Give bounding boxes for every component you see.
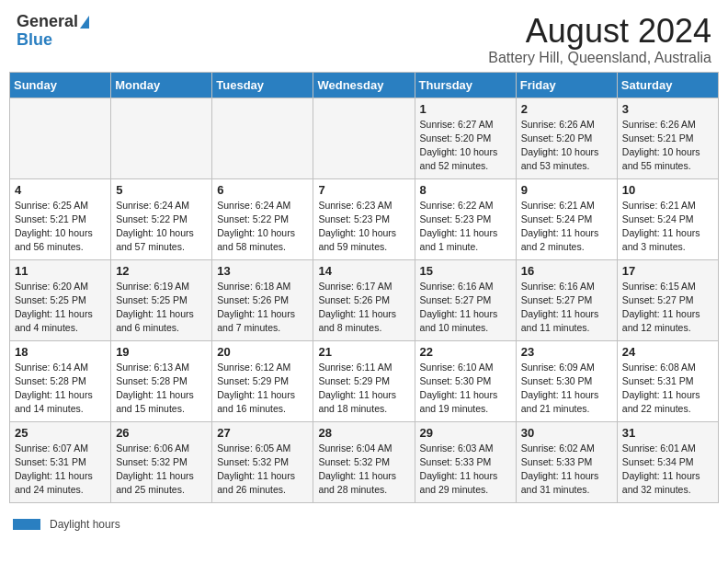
calendar-cell: 24Sunrise: 6:08 AM Sunset: 5:31 PM Dayli…	[617, 340, 718, 421]
day-number: 10	[622, 183, 713, 197]
day-number: 1	[420, 102, 511, 116]
day-info: Sunrise: 6:26 AM Sunset: 5:21 PM Dayligh…	[622, 118, 713, 174]
calendar-cell: 26Sunrise: 6:06 AM Sunset: 5:32 PM Dayli…	[111, 421, 212, 502]
calendar-cell: 21Sunrise: 6:11 AM Sunset: 5:29 PM Dayli…	[313, 340, 415, 421]
day-number: 21	[318, 345, 409, 359]
day-info: Sunrise: 6:05 AM Sunset: 5:32 PM Dayligh…	[217, 442, 308, 498]
calendar-day-header: Thursday	[415, 72, 516, 98]
calendar-cell: 13Sunrise: 6:18 AM Sunset: 5:26 PM Dayli…	[212, 259, 313, 340]
calendar-cell	[212, 98, 313, 178]
day-number: 16	[521, 264, 612, 278]
calendar-cell: 23Sunrise: 6:09 AM Sunset: 5:30 PM Dayli…	[516, 340, 617, 421]
title-block: August 2024 Battery Hill, Queensland, Au…	[488, 13, 711, 66]
day-info: Sunrise: 6:09 AM Sunset: 5:30 PM Dayligh…	[521, 361, 612, 417]
day-info: Sunrise: 6:18 AM Sunset: 5:26 PM Dayligh…	[217, 280, 308, 336]
calendar-cell: 2Sunrise: 6:26 AM Sunset: 5:20 PM Daylig…	[516, 98, 617, 178]
day-info: Sunrise: 6:04 AM Sunset: 5:32 PM Dayligh…	[318, 442, 409, 498]
day-number: 28	[318, 426, 409, 440]
day-number: 11	[15, 264, 106, 278]
calendar-day-header: Saturday	[617, 72, 718, 98]
calendar-cell: 17Sunrise: 6:15 AM Sunset: 5:27 PM Dayli…	[617, 259, 718, 340]
calendar-cell: 10Sunrise: 6:21 AM Sunset: 5:24 PM Dayli…	[617, 178, 718, 259]
calendar-week-row: 11Sunrise: 6:20 AM Sunset: 5:25 PM Dayli…	[10, 259, 719, 340]
day-number: 7	[318, 183, 409, 197]
day-info: Sunrise: 6:22 AM Sunset: 5:23 PM Dayligh…	[420, 199, 511, 255]
day-info: Sunrise: 6:11 AM Sunset: 5:29 PM Dayligh…	[318, 361, 409, 417]
calendar-cell: 30Sunrise: 6:02 AM Sunset: 5:33 PM Dayli…	[516, 421, 617, 502]
logo-triangle-icon	[80, 16, 89, 29]
legend: Daylight hours	[0, 512, 728, 536]
calendar-cell: 28Sunrise: 6:04 AM Sunset: 5:32 PM Dayli…	[313, 421, 415, 502]
day-number: 8	[420, 183, 511, 197]
logo-blue-text: Blue	[17, 30, 52, 49]
calendar-cell: 5Sunrise: 6:24 AM Sunset: 5:22 PM Daylig…	[111, 178, 212, 259]
logo: General Blue	[17, 13, 89, 50]
day-info: Sunrise: 6:15 AM Sunset: 5:27 PM Dayligh…	[622, 280, 713, 336]
calendar-cell: 8Sunrise: 6:22 AM Sunset: 5:23 PM Daylig…	[415, 178, 516, 259]
day-info: Sunrise: 6:06 AM Sunset: 5:32 PM Dayligh…	[116, 442, 207, 498]
day-number: 2	[521, 102, 612, 116]
calendar-day-header: Monday	[111, 72, 212, 98]
day-info: Sunrise: 6:08 AM Sunset: 5:31 PM Dayligh…	[622, 361, 713, 417]
day-info: Sunrise: 6:10 AM Sunset: 5:30 PM Dayligh…	[420, 361, 511, 417]
calendar-cell: 9Sunrise: 6:21 AM Sunset: 5:24 PM Daylig…	[516, 178, 617, 259]
day-number: 14	[318, 264, 409, 278]
day-number: 26	[116, 426, 207, 440]
day-info: Sunrise: 6:16 AM Sunset: 5:27 PM Dayligh…	[521, 280, 612, 336]
calendar-cell: 31Sunrise: 6:01 AM Sunset: 5:34 PM Dayli…	[617, 421, 718, 502]
day-info: Sunrise: 6:21 AM Sunset: 5:24 PM Dayligh…	[622, 199, 713, 255]
day-info: Sunrise: 6:16 AM Sunset: 5:27 PM Dayligh…	[420, 280, 511, 336]
calendar-header-row: SundayMondayTuesdayWednesdayThursdayFrid…	[10, 72, 719, 98]
calendar-week-row: 4Sunrise: 6:25 AM Sunset: 5:21 PM Daylig…	[10, 178, 719, 259]
calendar-day-header: Sunday	[10, 72, 111, 98]
calendar-cell: 12Sunrise: 6:19 AM Sunset: 5:25 PM Dayli…	[111, 259, 212, 340]
day-info: Sunrise: 6:01 AM Sunset: 5:34 PM Dayligh…	[622, 442, 713, 498]
calendar-week-row: 1Sunrise: 6:27 AM Sunset: 5:20 PM Daylig…	[10, 98, 719, 178]
day-number: 31	[622, 426, 713, 440]
day-info: Sunrise: 6:12 AM Sunset: 5:29 PM Dayligh…	[217, 361, 308, 417]
calendar-cell: 15Sunrise: 6:16 AM Sunset: 5:27 PM Dayli…	[415, 259, 516, 340]
page-header: General Blue August 2024 Battery Hill, Q…	[0, 0, 728, 72]
day-number: 20	[217, 345, 308, 359]
calendar-title: August 2024	[488, 13, 711, 50]
day-number: 29	[420, 426, 511, 440]
legend-bar-icon	[13, 519, 40, 530]
day-number: 30	[521, 426, 612, 440]
calendar-cell: 16Sunrise: 6:16 AM Sunset: 5:27 PM Dayli…	[516, 259, 617, 340]
calendar-cell	[10, 98, 111, 178]
calendar-cell	[313, 98, 415, 178]
calendar-day-header: Friday	[516, 72, 617, 98]
day-number: 27	[217, 426, 308, 440]
day-info: Sunrise: 6:26 AM Sunset: 5:20 PM Dayligh…	[521, 118, 612, 174]
day-info: Sunrise: 6:24 AM Sunset: 5:22 PM Dayligh…	[217, 199, 308, 255]
calendar-cell: 6Sunrise: 6:24 AM Sunset: 5:22 PM Daylig…	[212, 178, 313, 259]
calendar-cell: 1Sunrise: 6:27 AM Sunset: 5:20 PM Daylig…	[415, 98, 516, 178]
calendar-subtitle: Battery Hill, Queensland, Australia	[488, 50, 711, 66]
day-info: Sunrise: 6:02 AM Sunset: 5:33 PM Dayligh…	[521, 442, 612, 498]
calendar-cell: 7Sunrise: 6:23 AM Sunset: 5:23 PM Daylig…	[313, 178, 415, 259]
day-number: 13	[217, 264, 308, 278]
calendar-cell: 11Sunrise: 6:20 AM Sunset: 5:25 PM Dayli…	[10, 259, 111, 340]
calendar-cell: 18Sunrise: 6:14 AM Sunset: 5:28 PM Dayli…	[10, 340, 111, 421]
day-info: Sunrise: 6:14 AM Sunset: 5:28 PM Dayligh…	[15, 361, 106, 417]
calendar-cell	[111, 98, 212, 178]
calendar-cell: 25Sunrise: 6:07 AM Sunset: 5:31 PM Dayli…	[10, 421, 111, 502]
calendar-cell: 29Sunrise: 6:03 AM Sunset: 5:33 PM Dayli…	[415, 421, 516, 502]
calendar-week-row: 18Sunrise: 6:14 AM Sunset: 5:28 PM Dayli…	[10, 340, 719, 421]
day-info: Sunrise: 6:23 AM Sunset: 5:23 PM Dayligh…	[318, 199, 409, 255]
day-number: 3	[622, 102, 713, 116]
day-number: 9	[521, 183, 612, 197]
day-number: 6	[217, 183, 308, 197]
day-number: 4	[15, 183, 106, 197]
day-number: 22	[420, 345, 511, 359]
day-info: Sunrise: 6:03 AM Sunset: 5:33 PM Dayligh…	[420, 442, 511, 498]
logo-general-text: General	[17, 13, 78, 31]
day-info: Sunrise: 6:19 AM Sunset: 5:25 PM Dayligh…	[116, 280, 207, 336]
calendar-cell: 3Sunrise: 6:26 AM Sunset: 5:21 PM Daylig…	[617, 98, 718, 178]
day-info: Sunrise: 6:27 AM Sunset: 5:20 PM Dayligh…	[420, 118, 511, 174]
day-number: 17	[622, 264, 713, 278]
day-info: Sunrise: 6:13 AM Sunset: 5:28 PM Dayligh…	[116, 361, 207, 417]
calendar-wrapper: SundayMondayTuesdayWednesdayThursdayFrid…	[0, 72, 728, 512]
calendar-cell: 19Sunrise: 6:13 AM Sunset: 5:28 PM Dayli…	[111, 340, 212, 421]
day-info: Sunrise: 6:17 AM Sunset: 5:26 PM Dayligh…	[318, 280, 409, 336]
